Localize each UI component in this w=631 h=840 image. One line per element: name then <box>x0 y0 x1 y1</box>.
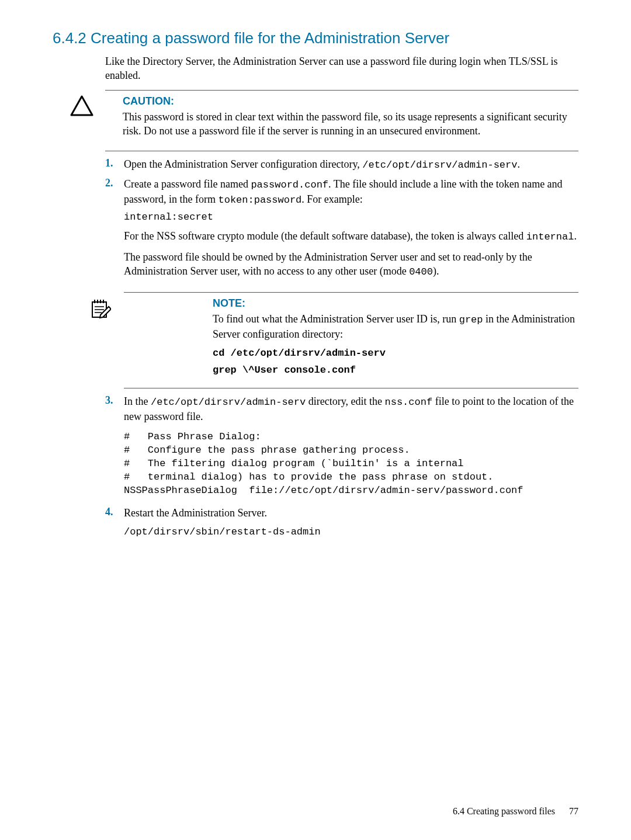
text: Open the Administration Server configura… <box>124 158 362 170</box>
note-icon <box>53 297 194 381</box>
intro-paragraph: Like the Directory Server, the Administr… <box>105 54 578 83</box>
code-block: # Pass Phrase Dialog: # Configure the pa… <box>124 431 578 498</box>
page-number: 77 <box>569 806 578 816</box>
step-paragraph: For the NSS software crypto module (the … <box>124 229 578 244</box>
inline-code: 0400 <box>409 266 433 277</box>
inline-code: token:password <box>218 195 301 206</box>
code-block: cd /etc/opt/dirsrv/admin-serv <box>213 347 578 360</box>
caution-label: CAUTION: <box>123 95 578 107</box>
text: directory, edit the <box>306 395 384 407</box>
text: Create a password file named <box>124 178 251 190</box>
divider <box>105 151 578 151</box>
text: . For example: <box>301 193 362 205</box>
step-number: 1. <box>105 157 124 172</box>
divider <box>124 292 578 293</box>
step-paragraph: The password file should be owned by the… <box>124 250 578 279</box>
footer-section: 6.4 Creating password files <box>453 806 555 816</box>
caution-icon <box>53 95 123 116</box>
text: . <box>574 230 577 242</box>
step-body: In the /etc/opt/dirsrv/admin-serv direct… <box>124 394 578 501</box>
code-block: /opt/dirsrv/sbin/restart-ds-admin <box>124 526 578 539</box>
svg-marker-0 <box>71 96 92 115</box>
text: Restart the Administration Server. <box>124 507 267 519</box>
step-body: Create a password file named password.co… <box>124 177 578 285</box>
note-label: NOTE: <box>213 297 578 310</box>
divider <box>105 90 578 91</box>
step-number: 2. <box>105 177 124 285</box>
inline-code: internal <box>526 231 574 242</box>
text: . <box>517 158 520 170</box>
step-body: Restart the Administration Server. /opt/… <box>124 506 578 543</box>
step-body: Open the Administration Server configura… <box>124 157 578 172</box>
step-number: 3. <box>105 394 124 501</box>
text: The password file should be owned by the… <box>124 251 532 277</box>
divider <box>124 388 578 388</box>
caution-text: This password is stored in clear text wi… <box>123 110 578 138</box>
text: To find out what the Administration Serv… <box>213 313 459 325</box>
text: In the <box>124 395 151 407</box>
inline-code: /etc/opt/dirsrv/admin-serv <box>151 397 306 408</box>
inline-code: grep <box>459 314 483 325</box>
page-footer: 6.4 Creating password files 77 <box>453 806 578 817</box>
note-text: To find out what the Administration Serv… <box>213 312 578 341</box>
step-number: 4. <box>105 506 124 543</box>
text: ). <box>433 265 439 277</box>
code-block: grep \^User console.conf <box>213 364 578 377</box>
inline-code: password.conf <box>251 179 328 190</box>
inline-code: /etc/opt/dirsrv/admin-serv <box>362 159 517 171</box>
code-block: internal:secret <box>124 211 578 224</box>
section-heading: 6.4.2 Creating a password file for the A… <box>53 29 578 47</box>
inline-code: nss.conf <box>385 397 433 408</box>
text: For the NSS software crypto module (the … <box>124 230 526 242</box>
